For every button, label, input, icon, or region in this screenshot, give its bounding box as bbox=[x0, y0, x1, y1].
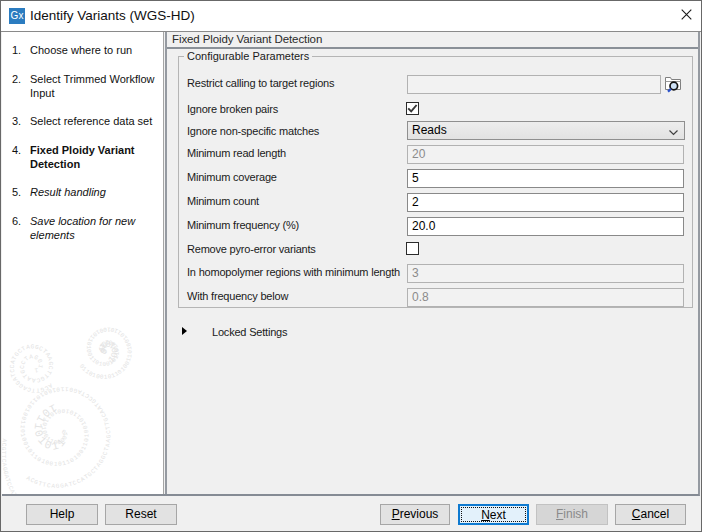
svg-text:ACGTTCAGGATCCATGCTAGGCTAAGCTTG: ACGTTCAGGATCCATGCTAGGCTAAGCTTGCAATGCCTAG… bbox=[2, 32, 112, 490]
